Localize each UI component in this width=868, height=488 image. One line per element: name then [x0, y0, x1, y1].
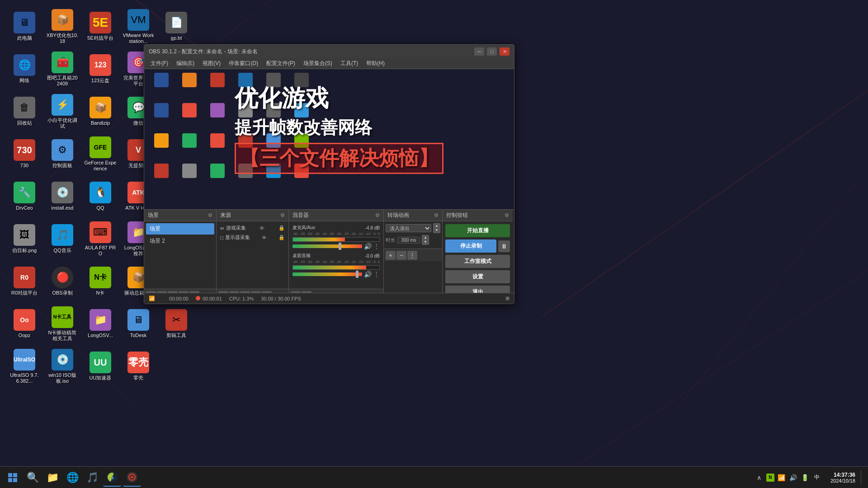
desktop-icon-aula[interactable]: ⌨ AULA F87 PRO — [82, 219, 118, 259]
desktop-icon-730[interactable]: 730 730 — [6, 134, 42, 174]
source-monitor-capture[interactable]: □ 显示器采集 👁 🔒 — [218, 233, 287, 242]
tray-battery-icon[interactable]: 🔋 — [801, 473, 810, 482]
desktop-icon-oopz[interactable]: Oo Oopz — [6, 304, 42, 344]
show-desktop-button[interactable] — [861, 470, 864, 485]
taskbar-netease-icon[interactable]: 🎵 — [83, 469, 101, 487]
desktop-icon-drvceo[interactable]: 🔧 DrvCeo — [6, 176, 42, 217]
scene-item-1[interactable]: 场景 — [146, 223, 214, 235]
desktop-icon-ncard2[interactable]: N卡工具 N卡驱动稿简相关工具 — [44, 304, 80, 344]
close-button[interactable]: ✕ — [500, 47, 509, 56]
desktop-icon-bandizip[interactable]: 📦 Bandizip — [82, 91, 118, 132]
stop-record-button[interactable]: 停止录制 — [445, 239, 496, 253]
desktop-icon-toolbox[interactable]: 🧰 图吧工具箱202409 — [44, 49, 80, 89]
desktop-icon-5e[interactable]: 5E 5E对战平台 — [82, 6, 118, 47]
source-visibility-game[interactable]: 👁 — [259, 225, 264, 231]
controls-config-icon[interactable]: ⚙ — [505, 212, 509, 218]
desktop-icon-computer[interactable]: 🖥 此电脑 — [6, 6, 42, 47]
mixer-config-icon[interactable]: ⚙ — [375, 212, 380, 218]
desktop-icon-obs[interactable]: 🔴 OBS录制 — [44, 261, 80, 302]
transition-down-btn[interactable]: ▼ — [434, 228, 440, 233]
menu-edit[interactable]: 编辑(E) — [173, 59, 198, 68]
desktop-icon-qq[interactable]: 🐧 QQ — [82, 176, 118, 217]
desktop-icon-vmware[interactable]: VM VMware Workstation... — [120, 6, 156, 47]
mixer-mic-fader[interactable] — [292, 244, 362, 248]
taskbar-edge-icon[interactable]: 🌐 — [63, 469, 81, 487]
obs-panels: 场景 ⚙ 场景 场景 2 + − ≡ ↑ ↓ — [144, 209, 514, 293]
mixer-mic-scale: -60-55-50-45-40-35-30-25-20-15-10-50 — [292, 232, 380, 236]
start-stream-button[interactable]: 开始直播 — [445, 224, 510, 237]
menu-tools[interactable]: 工具(T) — [337, 59, 362, 68]
start-button[interactable] — [4, 469, 22, 487]
menu-view[interactable]: 视图(V) — [199, 59, 224, 68]
transition-config-btn[interactable]: ⋮ — [407, 251, 417, 260]
sources-list: ∞ 游戏采集 👁 🔒 □ 显示器采集 👁 🔒 — [217, 221, 288, 289]
mixer-mic-volume-icon[interactable]: 🔊 — [364, 243, 372, 250]
source-game-capture[interactable]: ∞ 游戏采集 👁 🔒 — [218, 223, 287, 233]
tray-network-icon[interactable]: 📶 — [777, 473, 786, 482]
pi-3 — [204, 73, 231, 102]
obs-titlebar[interactable]: OBS 30.1.2 - 配置文件: 未命名 - 场景: 未命名 ─ □ ✕ — [144, 45, 514, 58]
source-lock-game[interactable]: 🔒 — [278, 225, 285, 231]
transition-up-btn[interactable]: ▲ — [434, 224, 440, 228]
desktop-icon-network[interactable]: 🌐 网络 — [6, 49, 42, 89]
desktop-icon-target[interactable]: 🖼 伯目标.png — [6, 219, 42, 259]
transition-add-btn[interactable]: + — [386, 251, 396, 260]
svg-line-4 — [542, 271, 868, 488]
scene-item-2[interactable]: 场景 2 — [146, 235, 214, 247]
desktop-icon-geforce[interactable]: GFE GeForce Experience — [82, 134, 118, 174]
desktop-icon-xiaobai[interactable]: ⚡ 小白平优化调试 — [44, 91, 80, 132]
desktop-icon-todesk[interactable]: 🖥 ToDesk — [120, 304, 156, 344]
desktop-icon-recycle[interactable]: 🗑 回收站 — [6, 91, 42, 132]
sources-config-icon[interactable]: ⚙ — [280, 212, 285, 218]
menu-help[interactable]: 帮助(H) — [363, 59, 388, 68]
menu-file[interactable]: 文件(F) — [147, 59, 172, 68]
desktop-icon-lingke[interactable]: 零壳 零壳 — [120, 346, 156, 387]
tray-nvidia-icon[interactable]: N — [766, 474, 774, 482]
minimize-button[interactable]: ─ — [474, 47, 484, 56]
desktop-icon-r0[interactable]: R0 R0对战平台 — [6, 261, 42, 302]
tray-lang-icon[interactable]: 中 — [812, 473, 821, 482]
taskbar-explorer-icon[interactable]: 📁 — [43, 469, 61, 487]
settings-button[interactable]: 设置 — [445, 270, 510, 283]
transition-type-select[interactable]: 淡入淡出 — [386, 224, 431, 232]
source-visibility-monitor[interactable]: 👁 — [262, 235, 267, 240]
mixer-desktop-volume-icon[interactable]: 🔊 — [364, 271, 372, 278]
menu-scenecollection[interactable]: 场景集合(S) — [300, 59, 336, 68]
mixer-desktop-fader[interactable] — [292, 272, 362, 276]
status-stream-time: 00:00:00 — [162, 296, 189, 301]
desktop-icon-uu[interactable]: UU UU加速器 — [82, 346, 118, 387]
desktop-icon-gpbt[interactable]: 📄 gp.bt — [158, 6, 194, 47]
desktop-icon-controlpanel[interactable]: ⚙ 控制面板 — [44, 134, 80, 174]
desktop-icon-install[interactable]: 💿 install.esd — [44, 176, 80, 217]
pi-24 — [288, 164, 315, 193]
transitions-config-icon[interactable]: ⚙ — [434, 212, 439, 218]
desktop-icon-ncard[interactable]: N卡 N卡 — [82, 261, 118, 302]
source-lock-monitor[interactable]: 🔒 — [278, 235, 285, 240]
desktop-icon-xby[interactable]: 📦 XBY优化包10.18 — [44, 6, 80, 47]
taskbar-steam-icon[interactable] — [103, 469, 121, 487]
transition-remove-btn[interactable]: − — [396, 251, 406, 260]
studio-mode-button[interactable]: 工作室模式 — [445, 255, 510, 268]
duration-up-btn[interactable]: ▲ — [422, 235, 429, 240]
desktop-icon-cliptools[interactable]: ✂ 剪辑工具 — [158, 304, 194, 344]
taskbar-obs-icon[interactable] — [123, 469, 141, 487]
duration-down-btn[interactable]: ▼ — [422, 240, 429, 244]
tray-up-arrow[interactable]: ∧ — [755, 473, 764, 482]
taskbar-clock[interactable]: 14:37:36 2024/10/18 — [827, 472, 859, 483]
maximize-button[interactable]: □ — [487, 47, 497, 56]
tray-volume-icon[interactable]: 🔊 — [789, 473, 798, 482]
pause-record-button[interactable]: ⏸ — [498, 240, 510, 252]
mixer-mic-menu-icon[interactable]: ⋮ — [373, 243, 380, 250]
desktop-icon-win10iso[interactable]: 💿 win10 ISO版板.iso — [44, 346, 80, 387]
desktop-icon-123pan[interactable]: 123 123云盘 — [82, 49, 118, 89]
desktop-icon-ultraiso[interactable]: UltraISO UltraISO 9.7.6.382... — [6, 346, 42, 387]
desktop-icon-longosv[interactable]: 📁 LongOSV... — [82, 304, 118, 344]
status-expand-icon[interactable]: ⊞ — [505, 296, 509, 301]
menu-dockwindow[interactable]: 停靠窗口(D) — [225, 59, 262, 68]
desktop-icon-qqmusic[interactable]: 🎵 QQ音乐 — [44, 219, 80, 259]
scenes-config-icon[interactable]: ⚙ — [208, 212, 212, 218]
mixer-desktop-menu-icon[interactable]: ⋮ — [373, 271, 380, 278]
menu-profile[interactable]: 配置文件(P) — [263, 59, 299, 68]
taskbar-search-icon[interactable]: 🔍 — [24, 469, 42, 487]
controls-panel: 控制按钮 ⚙ 开始直播 停止录制 ⏸ 工作室模式 设置 退出 — [443, 210, 513, 301]
